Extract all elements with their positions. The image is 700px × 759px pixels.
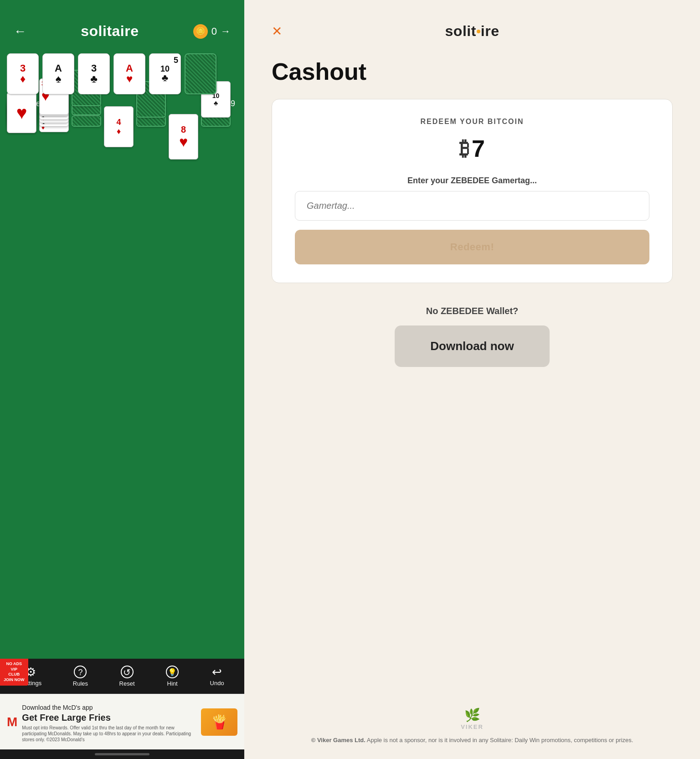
viker-brand-name: VIKER [461, 723, 484, 730]
no-wallet-section: No ZEBEDEE Wallet? Download now [244, 297, 700, 376]
tableau-col-7: 10 ♣ [201, 115, 231, 118]
ad-text: Download the McD's app Get Free Large Fr… [22, 701, 196, 743]
home-indicator-bar [0, 749, 244, 759]
coin-count: 0 [211, 26, 217, 37]
no-wallet-text: No ZEBEDEE Wallet? [272, 306, 673, 316]
tableau-col-6: 8 ♠ 8 ♥ [169, 115, 198, 160]
tableau-col-1: 9 ♣ 8 ♦ 7 ♠ 6 ♦ 5 ♠ [7, 115, 36, 133]
cashout-header: ✕ solitire [244, 18, 700, 49]
redeem-button[interactable]: Redeem! [295, 230, 649, 264]
tableau-card[interactable]: 4 ♦ [104, 106, 134, 147]
ad-fries-image: 🍟 [201, 708, 237, 736]
vip-badge[interactable]: NO ADS VIP CLUB JOIN NOW [0, 659, 28, 686]
bitcoin-icon: ₿ [459, 137, 469, 160]
hint-button[interactable]: 💡 Hint [166, 666, 179, 687]
game-header: ← solitaire 🪙 0 → [0, 0, 244, 49]
title-dot [477, 30, 480, 33]
hint-icon: 💡 [166, 666, 179, 678]
viker-leaf-icon: 🌿 [464, 707, 480, 723]
tableau-col-4: K ♥ Q ♠ 4 ♦ [104, 115, 134, 147]
mcdonalds-logo: M [7, 715, 17, 729]
ad-fine-print: Must opt into Rewards. Offer valid 1st t… [22, 725, 196, 743]
rules-icon: ? [74, 666, 87, 678]
download-button[interactable]: Download now [395, 325, 550, 367]
gamertag-input[interactable] [295, 191, 649, 221]
foundation-card-1[interactable]: 3 ♦ [7, 53, 39, 94]
game-title: solitaire [81, 23, 139, 40]
game-toolbar: NO ADS VIP CLUB JOIN NOW ⚙ Settings ? Ru… [0, 659, 244, 694]
gamertag-label: Enter your ZEBEDEE Gamertag... [295, 176, 649, 186]
foundation-card-4[interactable]: A ♥ [113, 53, 145, 94]
bitcoin-amount: ₿ 7 [295, 135, 649, 162]
tableau: 9 ♣ 8 ♦ 7 ♠ 6 ♦ 5 ♠ [7, 115, 237, 160]
rules-button[interactable]: ? Rules [73, 666, 88, 687]
foundation-card-5[interactable]: 10 5 ♣ [149, 53, 181, 94]
cashout-panel: ✕ solitire Cashout REDEEM YOUR BITCOIN ₿… [244, 0, 700, 759]
undo-icon: ↩ [212, 666, 222, 678]
ad-headline: Download the McD's app Get Free Large Fr… [22, 701, 196, 723]
tableau-col-5 [136, 115, 166, 118]
reset-button[interactable]: ↺ Reset [119, 666, 135, 687]
tableau-card[interactable]: ♥ [7, 92, 36, 133]
viker-footer: 🌿 VIKER © Viker Games Ltd. Apple is not … [244, 698, 700, 759]
tableau-card[interactable] [72, 115, 101, 127]
cashout-app-title: solitire [272, 23, 673, 40]
foundation-card-3[interactable]: 3 ♣ [78, 53, 110, 94]
cashout-title: Cashout [244, 49, 700, 99]
viker-logo: 🌿 VIKER [272, 707, 673, 730]
game-panel: ← solitaire 🪙 0 → 3 ♦ A ♠ 3 ♣ [0, 0, 244, 759]
footer-text: © Viker Games Ltd. Apple is not a sponso… [272, 736, 673, 745]
coin-icon: 🪙 [193, 24, 208, 39]
coin-counter[interactable]: 🪙 0 → [193, 24, 231, 39]
foundation-card-2[interactable]: A ♠ [42, 53, 74, 94]
redeem-label: REDEEM YOUR BITCOIN [295, 118, 649, 126]
cashout-card: REDEEM YOUR BITCOIN ₿ 7 Enter your ZEBED… [272, 99, 673, 283]
ad-banner[interactable]: M Download the McD's app Get Free Large … [0, 694, 244, 749]
back-button[interactable]: ← [14, 24, 26, 39]
home-indicator [95, 753, 149, 755]
coin-arrow-icon: → [221, 26, 231, 37]
undo-button[interactable]: ↩ Undo [210, 666, 224, 687]
stock-pile[interactable] [185, 53, 216, 94]
tableau-card[interactable]: 8 ♥ [169, 114, 198, 160]
close-button[interactable]: ✕ [272, 24, 282, 39]
reset-icon: ↺ [121, 666, 134, 678]
card-area: 3 ♦ A ♠ 3 ♣ A ♥ 10 5 ♣ [0, 49, 244, 659]
bitcoin-value: 7 [472, 135, 485, 162]
